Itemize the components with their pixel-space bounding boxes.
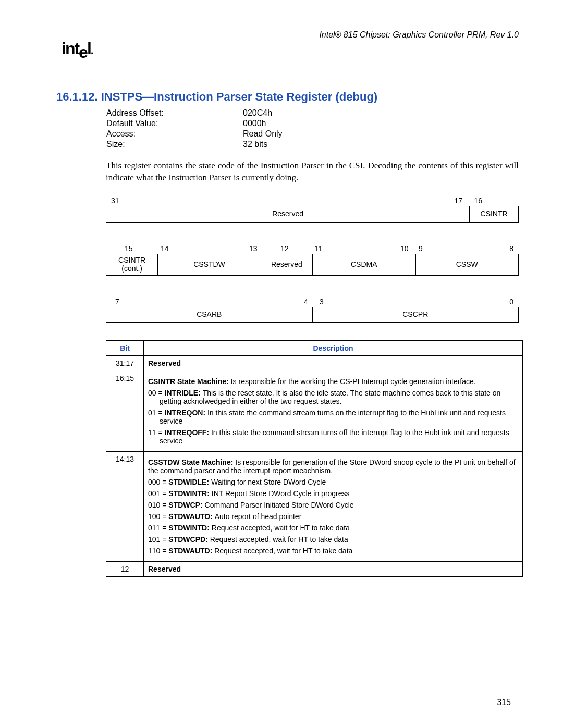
bit-index: 7 <box>115 298 119 306</box>
bit-index: 14 <box>161 244 169 253</box>
bitfield-row: CSINTR (cont.) CSSTDW Reserved CSDMA CSS… <box>106 254 519 276</box>
bitfield-cell: Reserved <box>106 206 470 222</box>
bit-index: 9 <box>419 244 423 253</box>
bitfield-cell: CSSW <box>416 254 519 275</box>
th-desc: Description <box>144 340 523 355</box>
bit-range: 16:15 <box>106 371 144 451</box>
bit-index: 8 <box>509 244 513 253</box>
bit-range: 31:17 <box>106 355 144 371</box>
bit-index: 15 <box>125 244 133 253</box>
meta-value: 0000h <box>242 118 283 129</box>
bitfield-row: CSARB CSCPR <box>106 307 519 323</box>
bit-labels-row1: 31 17 16 <box>106 196 519 206</box>
bitfield-cell: CSARB <box>106 307 313 322</box>
bit-index: 11 <box>314 244 323 253</box>
bit-range: 14:13 <box>106 451 144 561</box>
meta-label: Address Offset: <box>106 108 242 118</box>
bit-index: 12 <box>280 244 289 253</box>
bitfield-cell: CSDMA <box>313 254 416 275</box>
page-number: 315 <box>497 698 511 707</box>
meta-label: Size: <box>106 139 242 150</box>
page: Intel® 815 Chipset: Graphics Controller … <box>0 0 563 728</box>
doc-header: Intel® 815 Chipset: Graphics Controller … <box>319 30 519 40</box>
bit-index: 31 <box>111 196 119 205</box>
bit-desc: Reserved <box>144 561 523 576</box>
bitfield-cell: Reserved <box>261 254 313 275</box>
bit-index: 13 <box>249 244 258 253</box>
bit-index: 10 <box>400 244 409 253</box>
intel-logo: intel. <box>62 39 93 58</box>
meta-value: 020C4h <box>242 108 283 118</box>
bit-desc: CSINTR State Machine: Is responsible for… <box>144 371 523 451</box>
bit-index: 17 <box>454 196 462 205</box>
bitfield-row: Reserved CSINTR <box>106 206 519 223</box>
bit-index: 0 <box>509 298 513 306</box>
bitfield-cell: CSSTDW <box>158 254 261 275</box>
register-description: This register contains the state code of… <box>106 160 519 184</box>
section-heading: 16.1.12. INSTPS—Instruction Parser State… <box>56 90 519 104</box>
meta-label: Access: <box>106 129 242 139</box>
bitfield-cell: CSCPR <box>313 307 519 322</box>
meta-label: Default Value: <box>106 118 242 129</box>
bit-desc: Reserved <box>144 355 523 371</box>
meta-value: 32 bits <box>242 139 283 150</box>
register-meta-table: Address Offset:020C4h Default Value:0000… <box>106 108 283 150</box>
bit-labels-row3: 7 4 3 0 <box>106 298 519 307</box>
content-area: 16.1.12. INSTPS—Instruction Parser State… <box>56 90 519 577</box>
meta-value: Read Only <box>242 129 283 139</box>
bit-description-table: Bit Description 31:17 Reserved 16:15 CSI… <box>106 340 523 577</box>
bitfield-cell: CSINTR (cont.) <box>106 254 158 275</box>
bit-index: 16 <box>474 196 482 205</box>
bit-labels-row2: 15 14 13 12 11 10 9 8 <box>106 244 519 254</box>
bit-range: 12 <box>106 561 144 576</box>
th-bit: Bit <box>106 340 144 355</box>
bit-index: 3 <box>320 298 324 306</box>
bitfield-cell: CSINTR <box>470 206 518 222</box>
bit-index: 4 <box>304 298 308 306</box>
bit-desc: CSSTDW State Machine: Is responsible for… <box>144 451 523 561</box>
